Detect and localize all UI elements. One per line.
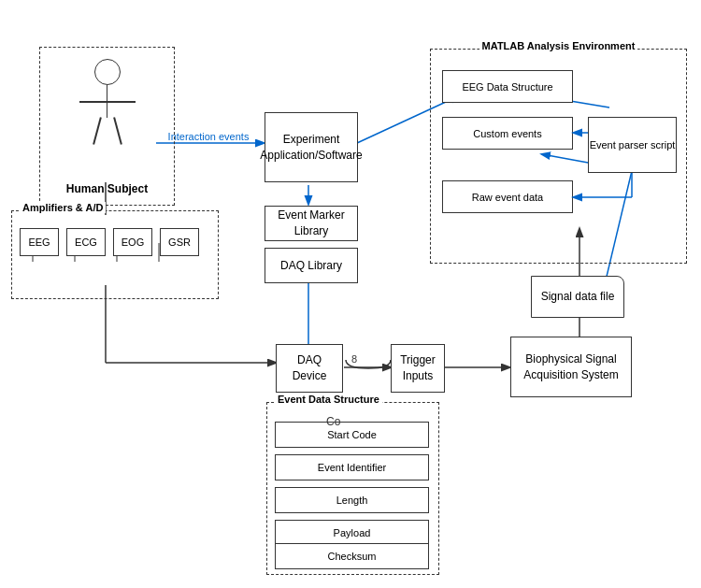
event-data-container: Event Data Structure Start Code Event Id… [266,402,439,575]
daq-device-label: DAQDevice [293,352,327,384]
gsr-box: GSR [160,228,199,256]
diagram: Human Subject Interaction events Experim… [0,0,701,588]
eog-label: EOG [122,237,144,248]
custom-events-label: Custom events [473,128,541,139]
daq-library-box: DAQ Library [265,248,358,283]
human-subject-label: Human Subject [40,181,174,197]
eeg-box: EEG [20,228,59,256]
amplifiers-label: Amplifiers & A/D [20,202,106,213]
checksum-box: Checksum [275,543,429,569]
event-identifier-box: Event Identifier [275,454,429,480]
start-code-box: Start Code [275,422,429,448]
raw-event-data-box: Raw event data [442,180,573,213]
event-marker-box: Event Marker Library [265,206,358,241]
event-marker-label: Event Marker Library [265,208,357,239]
length-box: Length [275,487,429,513]
biophysical-box: Biophysical SignalAcquisition System [510,337,632,397]
event-parser-box: Event parser script [588,117,677,173]
signal-data-box: Signal data file [531,276,624,318]
start-code-label: Start Code [327,429,377,440]
trigger-inputs-label: TriggerInputs [400,352,436,384]
experiment-app-box: ExperimentApplication/Software [265,112,358,182]
checksum-label: Checksum [328,551,377,562]
event-parser-label: Event parser script [590,139,676,151]
daq-device-box: DAQDevice [276,344,343,393]
daq-library-label: DAQ Library [280,258,342,274]
event-identifier-label: Event Identifier [318,462,386,473]
trigger-inputs-box: TriggerInputs [391,344,445,393]
experiment-app-label: ExperimentApplication/Software [260,132,362,164]
eeg-data-structure-box: EEG Data Structure [442,70,573,103]
custom-events-box: Custom events [442,117,573,150]
ecg-label: ECG [75,237,97,248]
amplifiers-container: Amplifiers & A/D EEG ECG EOG GSR [11,210,219,299]
interaction-events-label: Interaction events [166,131,250,142]
payload-box: Payload [275,520,429,546]
payload-label: Payload [334,527,371,538]
eeg-data-label: EEG Data Structure [462,81,552,93]
eog-box: EOG [113,228,152,256]
length-label: Length [336,495,368,506]
biophysical-label: Biophysical SignalAcquisition System [523,351,618,383]
gsr-label: GSR [168,237,191,248]
matlab-title: MATLAB Analysis Environment [479,40,638,51]
human-subject-box: Human Subject [39,47,175,206]
signal-data-label: Signal data file [541,289,615,305]
brace-svg [344,355,393,381]
event-data-title: Event Data Structure [275,394,382,405]
co-label: Co [326,415,340,428]
eeg-label: EEG [28,237,50,248]
raw-event-label: Raw event data [472,192,543,203]
ecg-box: ECG [66,228,106,256]
matlab-container: MATLAB Analysis Environment EEG Data Str… [430,49,687,264]
